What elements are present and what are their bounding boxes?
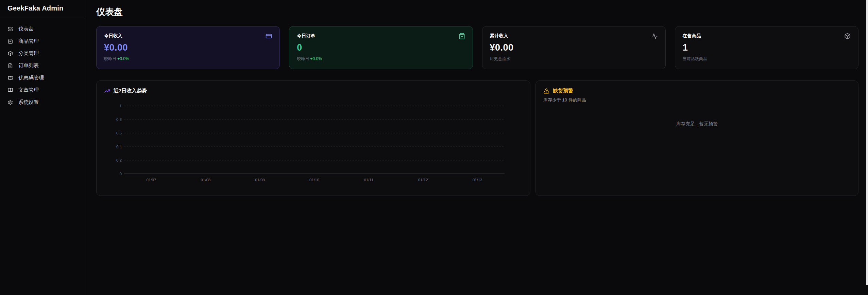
stat-label: 今日订单 [297, 33, 315, 39]
stat-subtext: 较昨日 +0.0% [104, 56, 272, 62]
credit-card-icon [266, 33, 272, 39]
sidebar: GeekFaka Admin 仪表盘 商品管理 分类管理 订单列表 [0, 0, 86, 295]
stat-card-today-revenue: 今日收入 ¥0.00 较昨日 +0.0% [96, 26, 280, 69]
file-text-icon [8, 63, 13, 68]
stat-value: 1 [683, 42, 851, 53]
main-content: 仪表盘 今日收入 ¥0.00 较昨日 +0.0% 今日订单 0 [86, 0, 868, 196]
stat-sub-prefix: 较昨日 [297, 56, 309, 61]
stat-subtext: 较昨日 +0.0% [297, 56, 465, 62]
stats-grid: 今日收入 ¥0.00 较昨日 +0.0% 今日订单 0 较昨日 +0.0% [96, 26, 858, 69]
sidebar-item-settings[interactable]: 系统设置 [4, 96, 82, 108]
panels-row: 近7日收入趋势 00.20.40.60.8101/0701/0801/0901/… [96, 80, 858, 196]
layout-dashboard-icon [8, 26, 13, 32]
stat-sub-prefix: 较昨日 [104, 56, 116, 61]
sidebar-item-label: 优惠码管理 [18, 75, 44, 81]
sidebar-item-orders[interactable]: 订单列表 [4, 59, 82, 72]
svg-text:01/11: 01/11 [364, 178, 373, 182]
svg-text:0.8: 0.8 [116, 117, 122, 122]
warning-empty-message: 库存充足，暂无预警 [543, 121, 851, 127]
scrollbar[interactable] [866, 0, 868, 295]
stat-card-total-revenue: 累计收入 ¥0.00 历史总流水 [482, 26, 666, 69]
shopping-bag-icon [8, 39, 13, 44]
svg-text:01/07: 01/07 [147, 178, 156, 182]
warning-subtitle: 库存少于 10 件的商品 [543, 97, 851, 103]
svg-text:0.2: 0.2 [116, 158, 122, 162]
svg-text:1: 1 [120, 104, 122, 108]
sidebar-item-label: 分类管理 [18, 50, 39, 57]
package-icon [8, 51, 13, 56]
panel-title: 近7日收入趋势 [114, 88, 147, 94]
sidebar-item-label: 商品管理 [18, 38, 39, 44]
stat-value: 0 [297, 42, 465, 53]
svg-text:01/10: 01/10 [309, 178, 319, 182]
scrollbar-thumb[interactable] [866, 0, 868, 285]
sidebar-item-categories[interactable]: 分类管理 [4, 47, 82, 59]
sidebar-nav: 仪表盘 商品管理 分类管理 订单列表 优惠码管理 [0, 17, 86, 114]
stat-value: ¥0.00 [490, 42, 658, 53]
sidebar-item-coupons[interactable]: 优惠码管理 [4, 72, 82, 84]
stat-label: 今日收入 [104, 33, 122, 39]
stat-subtext: 当前活跃商品 [683, 56, 851, 62]
sidebar-item-label: 文章管理 [18, 87, 39, 93]
activity-icon [651, 33, 658, 39]
stat-label: 在售商品 [683, 33, 701, 39]
settings-icon [8, 100, 13, 105]
stat-value: ¥0.00 [104, 42, 272, 53]
svg-text:01/08: 01/08 [201, 178, 210, 182]
svg-text:01/12: 01/12 [418, 178, 428, 182]
revenue-trend-chart: 00.20.40.60.8101/0701/0801/0901/1001/110… [104, 98, 523, 186]
revenue-trend-panel: 近7日收入趋势 00.20.40.60.8101/0701/0801/0901/… [96, 80, 530, 196]
sidebar-item-articles[interactable]: 文章管理 [4, 84, 82, 96]
app-title: GeekFaka Admin [0, 0, 86, 17]
page-title: 仪表盘 [96, 6, 858, 18]
panel-title: 缺货预警 [553, 88, 573, 94]
svg-text:01/09: 01/09 [255, 178, 265, 182]
stat-label: 累计收入 [490, 33, 508, 39]
ticket-icon [8, 75, 13, 80]
book-open-icon [8, 88, 13, 93]
svg-text:0.6: 0.6 [116, 131, 122, 135]
sidebar-item-label: 系统设置 [18, 99, 39, 106]
stock-warning-panel: 缺货预警 库存少于 10 件的商品 库存充足，暂无预警 [535, 80, 858, 196]
sidebar-item-dashboard[interactable]: 仪表盘 [4, 23, 82, 35]
trending-up-icon [104, 88, 110, 94]
package-icon [844, 33, 851, 39]
stat-sub-delta: +0.0% [310, 56, 322, 61]
sidebar-item-products[interactable]: 商品管理 [4, 35, 82, 47]
svg-text:01/13: 01/13 [473, 178, 482, 182]
stat-subtext: 历史总流水 [490, 56, 658, 62]
stat-card-active-products: 在售商品 1 当前活跃商品 [675, 26, 858, 69]
sidebar-item-label: 仪表盘 [18, 26, 34, 32]
svg-text:0.4: 0.4 [116, 145, 122, 149]
stat-card-today-orders: 今日订单 0 较昨日 +0.0% [289, 26, 473, 69]
alert-triangle-icon [543, 88, 549, 94]
svg-text:0: 0 [120, 172, 122, 176]
shopping-bag-icon [459, 33, 465, 39]
stat-sub-delta: +0.0% [117, 56, 129, 61]
sidebar-item-label: 订单列表 [18, 62, 39, 69]
